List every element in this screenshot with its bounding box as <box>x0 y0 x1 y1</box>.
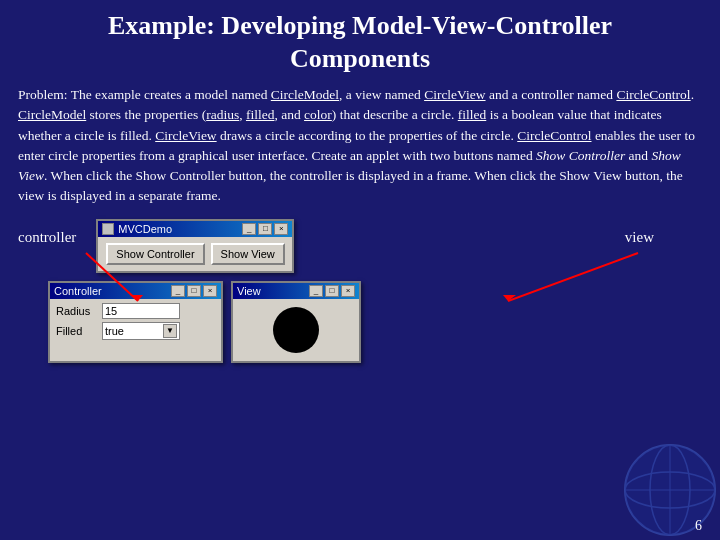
view-close-btn[interactable]: × <box>341 285 355 297</box>
view-body <box>233 299 359 361</box>
title-line1: Example: Developing Model-View-Controlle… <box>108 11 612 40</box>
slide-title: Example: Developing Model-View-Controlle… <box>18 10 702 75</box>
dropdown-arrow-icon[interactable]: ▼ <box>163 324 177 338</box>
label-view: view <box>625 229 654 246</box>
controller-body: Radius Filled true ▼ <box>50 299 221 347</box>
view-minimize-btn[interactable]: _ <box>309 285 323 297</box>
main-container: Example: Developing Model-View-Controlle… <box>0 0 720 540</box>
body-text: Problem: The example creates a model nam… <box>18 85 702 207</box>
page-number: 6 <box>695 518 702 534</box>
controller-window: Controller _ □ × Radius Filled <box>48 281 223 363</box>
show-view-button[interactable]: Show View <box>211 243 285 265</box>
show-controller-button[interactable]: Show Controller <box>106 243 204 265</box>
filled-value: true <box>105 325 124 337</box>
mvc-demo-window: MVCDemo _ □ × Show Controller Show View <box>96 219 294 273</box>
ctrl-close-btn[interactable]: × <box>203 285 217 297</box>
minimize-btn[interactable]: _ <box>242 223 256 235</box>
mvc-demo-icon <box>102 223 114 235</box>
view-win-controls: _ □ × <box>309 285 355 297</box>
globe-decoration <box>620 440 720 540</box>
demo-area: controller MVCDemo _ □ × Show Controller… <box>18 219 702 273</box>
maximize-btn[interactable]: □ <box>258 223 272 235</box>
filled-label: Filled <box>56 325 98 337</box>
mvc-demo-title-text: MVCDemo <box>118 223 172 235</box>
radius-row: Radius <box>56 303 215 319</box>
view-title-bar: View _ □ × <box>233 283 359 299</box>
close-btn[interactable]: × <box>274 223 288 235</box>
filled-row: Filled true ▼ <box>56 322 215 340</box>
view-window: View _ □ × <box>231 281 361 363</box>
controller-win-controls: _ □ × <box>171 285 217 297</box>
view-maximize-btn[interactable]: □ <box>325 285 339 297</box>
mvc-demo-title-bar: MVCDemo _ □ × <box>98 221 292 237</box>
controller-title-text: Controller <box>54 285 102 297</box>
ctrl-minimize-btn[interactable]: _ <box>171 285 185 297</box>
controller-title-bar: Controller _ □ × <box>50 283 221 299</box>
sub-windows-row: Controller _ □ × Radius Filled <box>48 281 702 363</box>
ctrl-maximize-btn[interactable]: □ <box>187 285 201 297</box>
filled-select[interactable]: true ▼ <box>102 322 180 340</box>
mvc-demo-body: Show Controller Show View <box>98 237 292 271</box>
radius-label: Radius <box>56 305 98 317</box>
label-controller: controller <box>18 229 76 246</box>
radius-input[interactable] <box>102 303 180 319</box>
circle-display <box>273 307 319 353</box>
view-title-text: View <box>237 285 261 297</box>
window-controls: _ □ × <box>242 223 288 235</box>
title-line2: Components <box>290 44 430 73</box>
